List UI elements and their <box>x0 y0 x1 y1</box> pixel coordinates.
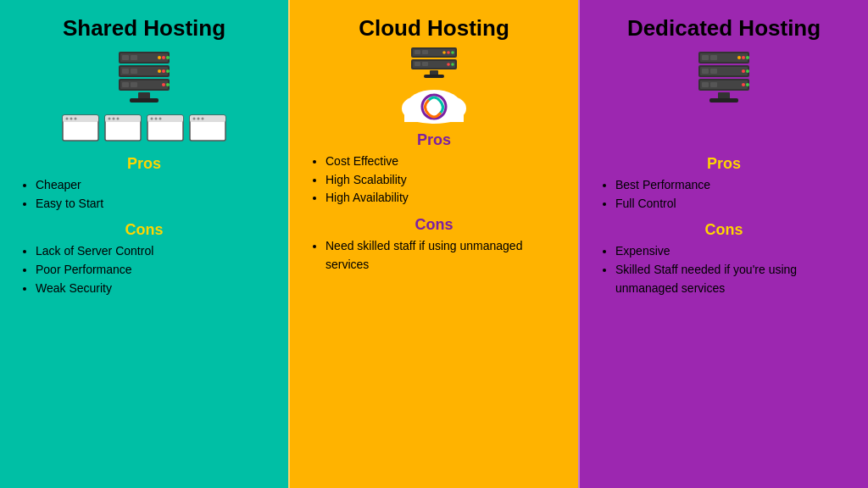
svg-point-30 <box>113 118 115 120</box>
svg-point-18 <box>162 83 165 86</box>
svg-rect-44 <box>415 50 420 54</box>
svg-point-5 <box>166 56 170 59</box>
cloud-cons-list: Need skilled staff if using unmanaged se… <box>310 237 558 274</box>
svg-rect-51 <box>415 62 420 66</box>
svg-point-41 <box>202 118 204 120</box>
svg-point-29 <box>108 118 111 120</box>
comparison-grid: Shared Hosting <box>0 0 868 488</box>
svg-rect-21 <box>130 98 159 103</box>
svg-point-68 <box>746 56 749 59</box>
dedicated-pro-2: Full Control <box>615 195 848 214</box>
cloud-pros-label: Pros <box>417 131 451 149</box>
dedicated-pros-list: Best Performance Full Control <box>600 176 848 213</box>
dedicated-con-2: Skilled Staff needed if you're using unm… <box>615 261 848 297</box>
dedicated-server-icon <box>686 50 762 109</box>
shared-pros-label: Pros <box>127 155 161 173</box>
svg-rect-56 <box>424 75 444 78</box>
cloud-cons-label: Cons <box>415 216 453 234</box>
svg-point-6 <box>158 56 161 59</box>
svg-point-12 <box>166 69 170 73</box>
svg-point-25 <box>70 118 73 120</box>
dedicated-cons-list: Expensive Skilled Staff needed if you're… <box>600 242 848 297</box>
svg-rect-20 <box>138 92 150 99</box>
shared-con-2: Poor Performance <box>36 261 268 280</box>
svg-point-34 <box>151 118 153 120</box>
svg-rect-72 <box>702 69 709 74</box>
dedicated-pro-1: Best Performance <box>615 176 848 195</box>
svg-rect-73 <box>710 69 717 74</box>
svg-point-24 <box>66 118 69 120</box>
browser-icon-3 <box>147 114 184 141</box>
cloud-hosting-column: Cloud Hosting <box>288 0 578 488</box>
svg-rect-10 <box>131 69 137 74</box>
svg-rect-45 <box>422 50 428 54</box>
dedicated-title: Dedicated Hosting <box>627 15 821 42</box>
svg-rect-16 <box>122 82 129 87</box>
browsers-row <box>62 114 226 141</box>
svg-point-11 <box>162 69 165 73</box>
svg-point-13 <box>158 69 161 73</box>
shared-con-1: Lack of Server Control <box>36 242 268 261</box>
shared-cons-list: Lack of Server Control Poor Performance … <box>20 242 268 297</box>
cloud-server-icon <box>387 47 481 124</box>
svg-point-81 <box>746 83 749 86</box>
svg-rect-82 <box>718 92 730 99</box>
svg-point-47 <box>451 51 454 54</box>
svg-rect-52 <box>422 62 428 66</box>
svg-rect-83 <box>709 98 738 103</box>
shared-server-icon <box>106 50 182 109</box>
svg-point-74 <box>742 69 745 73</box>
svg-rect-2 <box>122 55 129 60</box>
cloud-pro-1: Cost Effective <box>326 152 558 171</box>
svg-point-67 <box>742 56 745 59</box>
shared-cons-label: Cons <box>125 221 164 239</box>
cloud-pros-list: Cost Effective High Scalability High Ava… <box>310 152 558 208</box>
shared-pro-1: Cheaper <box>36 176 268 195</box>
svg-rect-78 <box>702 82 709 87</box>
svg-rect-9 <box>122 69 129 74</box>
svg-rect-17 <box>131 82 137 87</box>
shared-con-3: Weak Security <box>36 280 268 298</box>
svg-rect-65 <box>702 55 709 60</box>
svg-point-53 <box>447 63 450 66</box>
browser-icon-2 <box>104 114 142 141</box>
shared-pros-list: Cheaper Easy to Start <box>20 176 268 213</box>
dedicated-pros-label: Pros <box>707 155 741 173</box>
svg-point-31 <box>117 118 120 120</box>
svg-point-54 <box>451 63 454 66</box>
browser-icon-4 <box>189 114 226 141</box>
svg-point-40 <box>198 118 200 120</box>
browser-icon-1 <box>62 114 99 141</box>
cloud-con-1: Need skilled staff if using unmanaged se… <box>326 237 558 274</box>
svg-rect-66 <box>710 55 717 60</box>
cloud-icon-area <box>387 52 481 119</box>
svg-point-39 <box>193 118 196 120</box>
svg-point-35 <box>155 118 158 120</box>
svg-point-69 <box>737 56 741 59</box>
cloud-pro-2: High Scalability <box>326 171 558 190</box>
svg-point-48 <box>442 51 446 54</box>
dedicated-cons-label: Cons <box>705 221 743 239</box>
svg-rect-79 <box>710 82 717 87</box>
shared-title: Shared Hosting <box>63 15 225 42</box>
dedicated-hosting-column: Dedicated Hosting <box>578 0 868 488</box>
svg-point-4 <box>162 56 165 59</box>
svg-point-19 <box>166 83 170 86</box>
dedicated-con-1: Expensive <box>615 242 848 261</box>
shared-pro-2: Easy to Start <box>36 195 268 214</box>
cloud-title: Cloud Hosting <box>359 15 509 42</box>
svg-point-80 <box>742 83 745 86</box>
svg-point-75 <box>746 69 749 73</box>
svg-point-26 <box>75 118 77 120</box>
svg-rect-3 <box>131 55 137 60</box>
shared-hosting-column: Shared Hosting <box>0 0 288 488</box>
svg-point-46 <box>447 51 450 54</box>
svg-point-36 <box>159 118 162 120</box>
cloud-pro-3: High Availability <box>326 189 558 208</box>
